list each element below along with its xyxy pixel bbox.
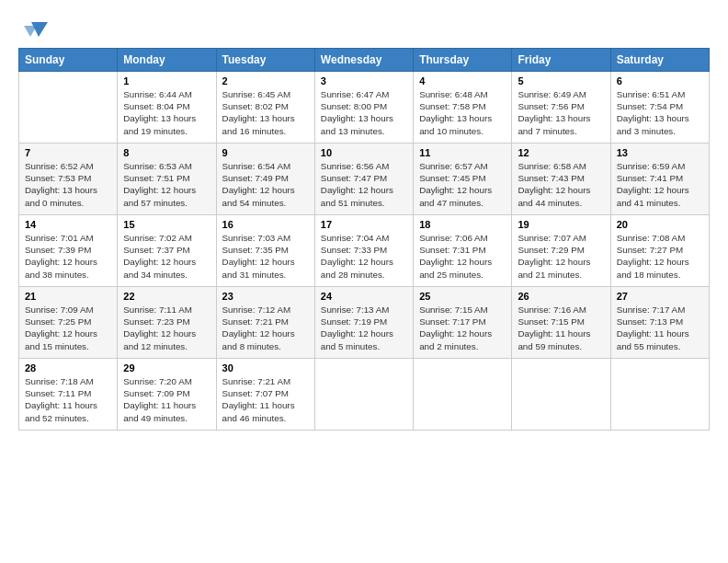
calendar-cell: 17Sunrise: 7:04 AM Sunset: 7:33 PM Dayli… (314, 215, 413, 287)
day-number: 19 (518, 219, 604, 230)
calendar-body: 1Sunrise: 6:44 AM Sunset: 8:04 PM Daylig… (19, 72, 710, 431)
day-number: 29 (123, 362, 210, 373)
weekday-header-saturday: Saturday (610, 49, 709, 72)
day-number: 5 (518, 75, 604, 86)
day-number: 8 (123, 147, 210, 158)
day-number: 26 (518, 291, 604, 302)
day-info: Sunrise: 7:04 AM Sunset: 7:33 PM Dayligh… (321, 232, 407, 281)
calendar-cell: 25Sunrise: 7:15 AM Sunset: 7:17 PM Dayli… (414, 287, 512, 359)
day-number: 4 (419, 75, 506, 86)
day-info: Sunrise: 7:02 AM Sunset: 7:37 PM Dayligh… (123, 232, 210, 281)
day-number: 9 (222, 147, 309, 158)
calendar-cell: 20Sunrise: 7:08 AM Sunset: 7:27 PM Dayli… (610, 215, 709, 287)
day-info: Sunrise: 7:18 AM Sunset: 7:11 PM Dayligh… (25, 375, 111, 424)
day-info: Sunrise: 6:49 AM Sunset: 7:56 PM Dayligh… (518, 88, 604, 137)
weekday-header-thursday: Thursday (414, 49, 512, 72)
calendar-cell: 13Sunrise: 6:59 AM Sunset: 7:41 PM Dayli… (610, 144, 709, 215)
day-info: Sunrise: 6:45 AM Sunset: 8:02 PM Dayligh… (222, 88, 309, 137)
calendar-cell: 30Sunrise: 7:21 AM Sunset: 7:07 PM Dayli… (216, 359, 314, 431)
day-info: Sunrise: 7:01 AM Sunset: 7:39 PM Dayligh… (25, 232, 111, 281)
day-info: Sunrise: 7:12 AM Sunset: 7:21 PM Dayligh… (222, 304, 309, 352)
day-number: 2 (222, 75, 309, 86)
calendar-cell: 9Sunrise: 6:54 AM Sunset: 7:49 PM Daylig… (216, 144, 314, 215)
calendar-cell: 24Sunrise: 7:13 AM Sunset: 7:19 PM Dayli… (314, 287, 413, 359)
day-info: Sunrise: 6:51 AM Sunset: 7:54 PM Dayligh… (617, 88, 703, 137)
calendar-cell: 7Sunrise: 6:52 AM Sunset: 7:53 PM Daylig… (19, 144, 118, 215)
calendar-cell: 8Sunrise: 6:53 AM Sunset: 7:51 PM Daylig… (118, 144, 216, 215)
calendar-week-4: 21Sunrise: 7:09 AM Sunset: 7:25 PM Dayli… (19, 287, 710, 359)
day-number: 14 (25, 219, 111, 230)
calendar-cell: 23Sunrise: 7:12 AM Sunset: 7:21 PM Dayli… (216, 287, 314, 359)
calendar-cell: 29Sunrise: 7:20 AM Sunset: 7:09 PM Dayli… (118, 359, 216, 431)
calendar-cell: 3Sunrise: 6:47 AM Sunset: 8:00 PM Daylig… (314, 72, 413, 144)
calendar-cell: 14Sunrise: 7:01 AM Sunset: 7:39 PM Dayli… (19, 215, 118, 287)
day-number: 22 (123, 291, 210, 302)
day-info: Sunrise: 7:07 AM Sunset: 7:29 PM Dayligh… (518, 232, 604, 281)
calendar-cell (314, 359, 413, 431)
page: SundayMondayTuesdayWednesdayThursdayFrid… (0, 0, 728, 563)
day-info: Sunrise: 6:44 AM Sunset: 8:04 PM Dayligh… (123, 88, 210, 137)
calendar-cell: 21Sunrise: 7:09 AM Sunset: 7:25 PM Dayli… (19, 287, 118, 359)
calendar-cell: 18Sunrise: 7:06 AM Sunset: 7:31 PM Dayli… (414, 215, 512, 287)
calendar-cell (414, 359, 512, 431)
calendar-cell (19, 72, 118, 144)
weekday-header-sunday: Sunday (19, 49, 118, 72)
day-number: 30 (222, 362, 309, 373)
day-number: 28 (25, 362, 111, 373)
day-number: 17 (321, 219, 407, 230)
calendar-cell: 1Sunrise: 6:44 AM Sunset: 8:04 PM Daylig… (118, 72, 216, 144)
day-number: 15 (123, 219, 210, 230)
day-number: 3 (321, 75, 407, 86)
calendar-cell: 12Sunrise: 6:58 AM Sunset: 7:43 PM Dayli… (512, 144, 610, 215)
day-info: Sunrise: 7:11 AM Sunset: 7:23 PM Dayligh… (123, 304, 210, 352)
calendar-cell: 6Sunrise: 6:51 AM Sunset: 7:54 PM Daylig… (610, 72, 709, 144)
day-number: 7 (25, 147, 111, 158)
calendar-cell: 26Sunrise: 7:16 AM Sunset: 7:15 PM Dayli… (512, 287, 610, 359)
calendar-cell: 28Sunrise: 7:18 AM Sunset: 7:11 PM Dayli… (19, 359, 118, 431)
day-info: Sunrise: 6:52 AM Sunset: 7:53 PM Dayligh… (25, 160, 111, 209)
weekday-header-wednesday: Wednesday (314, 49, 413, 72)
calendar-cell: 19Sunrise: 7:07 AM Sunset: 7:29 PM Dayli… (512, 215, 610, 287)
day-number: 6 (617, 75, 703, 86)
calendar-cell: 11Sunrise: 6:57 AM Sunset: 7:45 PM Dayli… (414, 144, 512, 215)
weekday-header-friday: Friday (512, 49, 610, 72)
day-number: 12 (518, 147, 604, 158)
calendar-week-1: 1Sunrise: 6:44 AM Sunset: 8:04 PM Daylig… (19, 72, 710, 144)
day-info: Sunrise: 6:53 AM Sunset: 7:51 PM Dayligh… (123, 160, 210, 209)
logo-icon (22, 17, 48, 42)
day-number: 20 (617, 219, 703, 230)
day-number: 1 (123, 75, 210, 86)
day-info: Sunrise: 7:20 AM Sunset: 7:09 PM Dayligh… (123, 375, 210, 424)
weekday-header-row: SundayMondayTuesdayWednesdayThursdayFrid… (19, 49, 710, 72)
calendar-week-2: 7Sunrise: 6:52 AM Sunset: 7:53 PM Daylig… (19, 144, 710, 215)
calendar-week-3: 14Sunrise: 7:01 AM Sunset: 7:39 PM Dayli… (19, 215, 710, 287)
day-number: 23 (222, 291, 309, 302)
day-number: 13 (617, 147, 703, 158)
day-number: 21 (25, 291, 111, 302)
day-number: 18 (419, 219, 506, 230)
calendar-cell: 22Sunrise: 7:11 AM Sunset: 7:23 PM Dayli… (118, 287, 216, 359)
calendar-table: SundayMondayTuesdayWednesdayThursdayFrid… (18, 48, 710, 431)
day-info: Sunrise: 7:08 AM Sunset: 7:27 PM Dayligh… (617, 232, 703, 281)
day-info: Sunrise: 6:58 AM Sunset: 7:43 PM Dayligh… (518, 160, 604, 209)
day-number: 24 (321, 291, 407, 302)
day-number: 25 (419, 291, 506, 302)
day-info: Sunrise: 7:03 AM Sunset: 7:35 PM Dayligh… (222, 232, 309, 281)
day-number: 27 (617, 291, 703, 302)
calendar-cell: 15Sunrise: 7:02 AM Sunset: 7:37 PM Dayli… (118, 215, 216, 287)
day-info: Sunrise: 6:54 AM Sunset: 7:49 PM Dayligh… (222, 160, 309, 209)
weekday-header-tuesday: Tuesday (216, 49, 314, 72)
calendar-cell: 16Sunrise: 7:03 AM Sunset: 7:35 PM Dayli… (216, 215, 314, 287)
day-number: 11 (419, 147, 506, 158)
day-info: Sunrise: 7:13 AM Sunset: 7:19 PM Dayligh… (321, 304, 407, 352)
day-info: Sunrise: 6:47 AM Sunset: 8:00 PM Dayligh… (321, 88, 407, 137)
day-info: Sunrise: 7:09 AM Sunset: 7:25 PM Dayligh… (25, 304, 111, 352)
day-info: Sunrise: 6:48 AM Sunset: 7:58 PM Dayligh… (419, 88, 506, 137)
logo (18, 17, 48, 42)
day-info: Sunrise: 7:06 AM Sunset: 7:31 PM Dayligh… (419, 232, 506, 281)
calendar-cell: 10Sunrise: 6:56 AM Sunset: 7:47 PM Dayli… (314, 144, 413, 215)
calendar-cell: 2Sunrise: 6:45 AM Sunset: 8:02 PM Daylig… (216, 72, 314, 144)
day-info: Sunrise: 7:21 AM Sunset: 7:07 PM Dayligh… (222, 375, 309, 424)
day-number: 10 (321, 147, 407, 158)
svg-marker-1 (24, 26, 37, 37)
